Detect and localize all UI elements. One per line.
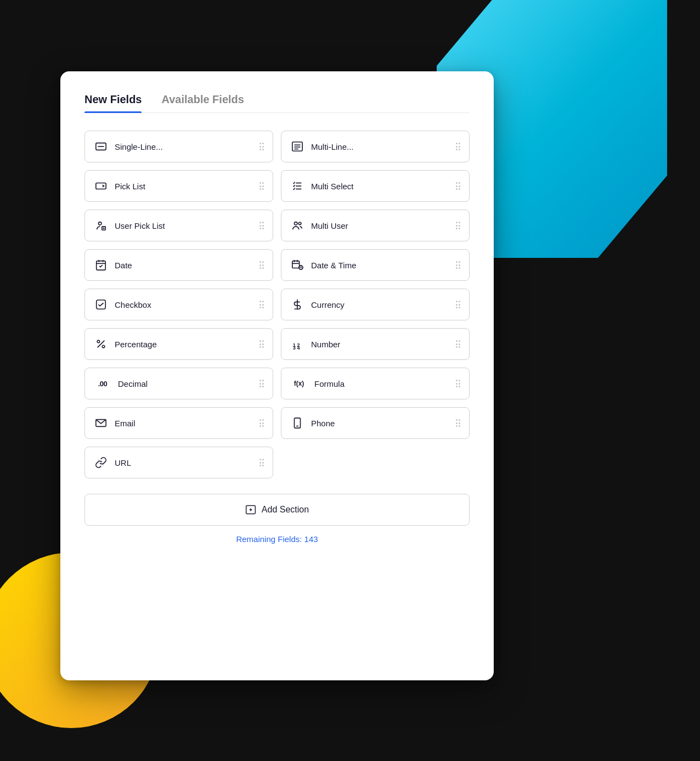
field-formula-label: Formula [314, 379, 451, 388]
multi-select-icon [290, 179, 304, 193]
single-line-icon [94, 139, 108, 154]
remaining-fields-text: Remaining Fields: 143 [84, 534, 470, 544]
svg-rect-2 [292, 142, 302, 151]
svg-rect-33 [295, 418, 301, 428]
svg-point-29 [102, 345, 105, 348]
field-number-label: Number [311, 340, 451, 349]
drag-handle [456, 301, 461, 308]
formula-icon: f(x) [290, 376, 308, 391]
phone-icon [290, 416, 304, 430]
tab-bar: New Fields Available Fields [84, 93, 470, 113]
svg-point-14 [295, 222, 298, 226]
add-section-icon [245, 504, 256, 515]
checkbox-icon [94, 297, 108, 312]
currency-icon [290, 297, 304, 312]
field-multi-user-label: Multi User [311, 221, 451, 230]
field-percentage-label: Percentage [115, 340, 255, 349]
field-date-label: Date [115, 261, 255, 270]
field-decimal-label: Decimal [118, 379, 255, 388]
field-multi-select[interactable]: Multi Select [281, 170, 470, 202]
percentage-icon [94, 337, 108, 351]
field-multi-line[interactable]: Multi-Line... [281, 131, 470, 162]
field-phone[interactable]: Phone [281, 407, 470, 439]
field-user-pick-list-label: User Pick List [115, 221, 255, 230]
svg-text:3 4: 3 4 [293, 345, 301, 350]
field-phone-label: Phone [311, 419, 451, 428]
drag-handle [456, 380, 461, 387]
drag-handle [456, 340, 461, 348]
drag-handle [456, 182, 461, 190]
field-email[interactable]: Email [84, 407, 273, 439]
svg-line-35 [98, 460, 104, 466]
drag-handle [456, 419, 461, 427]
field-email-label: Email [115, 419, 255, 428]
email-icon [94, 416, 108, 430]
svg-point-28 [97, 340, 100, 343]
field-single-line-label: Single-Line... [115, 142, 255, 151]
field-checkbox[interactable]: Checkbox [84, 289, 273, 320]
drag-handle [259, 340, 264, 348]
field-number[interactable]: 1 2 3 4 Number [281, 328, 470, 360]
svg-point-15 [298, 222, 301, 225]
pick-list-icon [94, 179, 108, 193]
fields-grid: Single-Line... Multi-Line... [84, 131, 470, 478]
date-icon [94, 258, 108, 272]
field-percentage[interactable]: Percentage [84, 328, 273, 360]
drag-handle [259, 380, 264, 387]
field-url[interactable]: URL [84, 447, 273, 478]
add-section-label: Add Section [262, 505, 309, 515]
main-card: New Fields Available Fields Single-Line.… [60, 71, 494, 680]
decimal-icon: .00 [94, 376, 111, 391]
drag-handle [456, 143, 461, 150]
drag-handle [259, 222, 264, 229]
field-currency[interactable]: Currency [281, 289, 470, 320]
drag-handle [456, 222, 461, 229]
field-user-pick-list[interactable]: User Pick List [84, 210, 273, 241]
field-formula[interactable]: f(x) Formula [281, 368, 470, 399]
svg-point-10 [98, 222, 101, 226]
number-icon: 1 2 3 4 [290, 337, 304, 351]
field-date-time-label: Date & Time [311, 261, 451, 270]
drag-handle [259, 301, 264, 308]
field-pick-list-label: Pick List [115, 182, 255, 191]
tab-new-fields[interactable]: New Fields [84, 93, 142, 112]
field-checkbox-label: Checkbox [115, 300, 255, 309]
svg-rect-20 [292, 261, 300, 268]
field-multi-line-label: Multi-Line... [311, 142, 451, 151]
drag-handle [259, 419, 264, 427]
svg-rect-25 [97, 300, 106, 309]
date-time-icon [290, 258, 304, 272]
drag-handle [259, 143, 264, 150]
field-date[interactable]: Date [84, 249, 273, 281]
svg-rect-16 [97, 261, 106, 270]
field-date-time[interactable]: Date & Time [281, 249, 470, 281]
drag-handle [259, 261, 264, 269]
drag-handle [259, 459, 264, 466]
field-decimal[interactable]: .00 Decimal [84, 368, 273, 399]
url-icon [94, 455, 108, 470]
multi-line-icon [290, 139, 304, 154]
field-multi-user[interactable]: Multi User [281, 210, 470, 241]
field-multi-select-label: Multi Select [311, 182, 451, 191]
add-section-button[interactable]: Add Section [84, 494, 470, 526]
multi-user-icon [290, 218, 304, 233]
drag-handle [259, 182, 264, 190]
field-single-line[interactable]: Single-Line... [84, 131, 273, 162]
user-pick-list-icon [94, 218, 108, 233]
field-url-label: URL [115, 458, 255, 467]
tab-available-fields[interactable]: Available Fields [161, 93, 244, 112]
field-currency-label: Currency [311, 300, 451, 309]
svg-line-27 [98, 341, 105, 348]
field-pick-list[interactable]: Pick List [84, 170, 273, 202]
drag-handle [456, 261, 461, 269]
